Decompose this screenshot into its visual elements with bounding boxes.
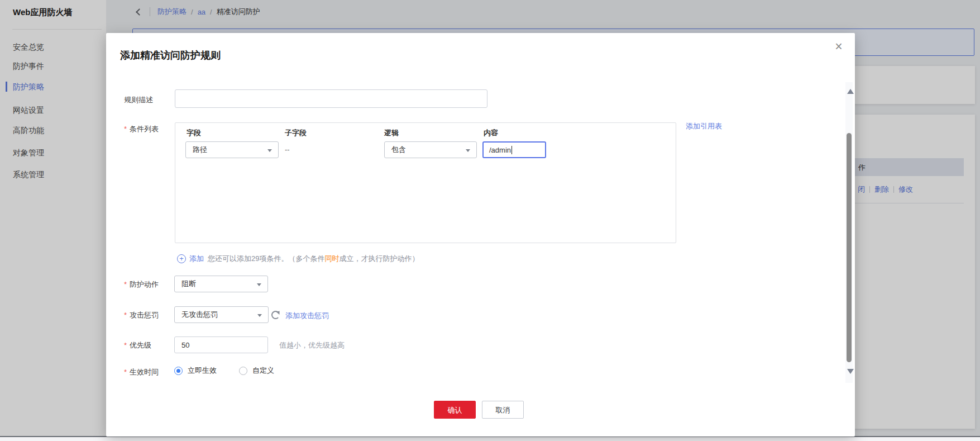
rule-description-input[interactable] — [175, 89, 487, 108]
effective-time-radio-group: 立即生效 自定义 — [174, 366, 274, 376]
condition-table: 字段 子字段 逻辑 内容 路径 -- 包含 /admin — [175, 122, 676, 243]
add-circle-icon[interactable]: + — [177, 254, 186, 263]
label-text: 生效时间 — [130, 368, 159, 376]
text-cursor — [511, 146, 512, 154]
condition-list-label: *条件列表 — [124, 124, 159, 134]
attack-penalty-select[interactable]: 无攻击惩罚 — [174, 306, 269, 323]
label-text: 防护动作 — [130, 280, 159, 288]
add-attack-penalty-link[interactable]: 添加攻击惩罚 — [285, 311, 329, 321]
chevron-down-icon — [267, 149, 272, 152]
field-select[interactable]: 路径 — [185, 141, 279, 158]
add-condition-hint: 您还可以添加29项条件。（多个条件同时成立，才执行防护动作） — [208, 254, 419, 264]
close-icon[interactable]: × — [830, 37, 848, 55]
required-star: * — [124, 341, 127, 349]
chevron-down-icon — [257, 283, 261, 286]
add-condition-row: + 添加 您还可以添加29项条件。（多个条件同时成立，才执行防护动作） — [177, 254, 419, 264]
radio-immediate[interactable] — [174, 367, 183, 375]
radio-custom-label[interactable]: 自定义 — [252, 366, 274, 376]
scrollbar-thumb[interactable] — [847, 133, 852, 362]
field-select-value: 路径 — [193, 145, 207, 155]
window-bottom-edge — [0, 436, 980, 441]
effective-time-label: *生效时间 — [124, 367, 159, 377]
scroll-down-icon[interactable] — [847, 369, 854, 374]
rule-description-label: 规则描述 — [124, 95, 153, 105]
chevron-down-icon — [466, 149, 470, 152]
attack-penalty-label: *攻击惩罚 — [124, 310, 159, 320]
required-star: * — [124, 125, 127, 133]
condition-content-input[interactable]: /admin — [482, 141, 546, 158]
hint-text: 成立，才执行防护动作） — [339, 254, 419, 263]
hint-text: 您还可以添加29项条件。（多个条件 — [208, 254, 324, 263]
label-text: 规则描述 — [124, 96, 153, 104]
waf-console-page: Web应用防火墙 安全总览 防护事件 防护策略 网站设置 高阶功能 对象管理 系… — [0, 0, 980, 441]
protection-action-value: 阻断 — [181, 279, 196, 289]
priority-hint: 值越小，优先级越高 — [279, 340, 345, 350]
logic-select-value: 包含 — [391, 145, 406, 155]
logic-select[interactable]: 包含 — [384, 141, 477, 158]
column-header-subfield: 子字段 — [285, 128, 307, 138]
radio-immediate-label[interactable]: 立即生效 — [188, 366, 217, 376]
priority-input[interactable] — [174, 336, 268, 353]
label-text: 优先级 — [130, 341, 151, 349]
priority-label: *优先级 — [124, 340, 151, 350]
protection-action-select[interactable]: 阻断 — [174, 276, 268, 292]
column-header-field: 字段 — [187, 128, 201, 138]
add-reference-table-link[interactable]: 添加引用表 — [686, 121, 722, 131]
refresh-icon[interactable] — [271, 311, 280, 319]
condition-content-value: /admin — [489, 146, 511, 154]
label-text: 条件列表 — [130, 125, 159, 133]
attack-penalty-value: 无攻击惩罚 — [181, 310, 218, 320]
hint-highlight: 同时 — [324, 254, 339, 263]
required-star: * — [124, 280, 127, 288]
label-text: 攻击惩罚 — [130, 311, 159, 319]
subfield-value: -- — [285, 145, 290, 154]
column-header-content: 内容 — [484, 128, 498, 138]
required-star: * — [124, 368, 127, 376]
add-condition-link[interactable]: 添加 — [189, 254, 204, 264]
cancel-button[interactable]: 取消 — [482, 401, 524, 419]
required-star: * — [124, 311, 127, 319]
chevron-down-icon — [257, 314, 262, 317]
radio-custom[interactable] — [239, 367, 247, 375]
protection-action-label: *防护动作 — [124, 279, 159, 290]
dialog-title: 添加精准访问防护规则 — [120, 49, 221, 62]
add-rule-dialog: 添加精准访问防护规则 × 规则描述 *条件列表 字段 子字段 逻辑 内容 路径 … — [106, 33, 855, 437]
confirm-button[interactable]: 确认 — [434, 401, 476, 419]
column-header-logic: 逻辑 — [384, 128, 399, 138]
scroll-up-icon[interactable] — [847, 89, 854, 94]
